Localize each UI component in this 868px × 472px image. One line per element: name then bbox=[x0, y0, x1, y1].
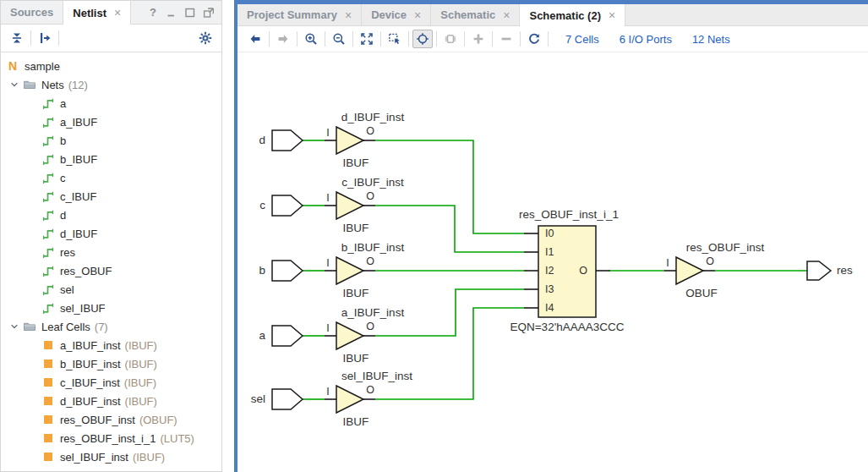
expand-to-selection-icon[interactable] bbox=[35, 28, 55, 48]
forward-icon[interactable] bbox=[273, 30, 293, 48]
tree-item-res-obuf[interactable]: res_OBUF bbox=[1, 261, 221, 280]
svg-text:I2: I2 bbox=[545, 265, 554, 277]
zoom-in-icon[interactable] bbox=[301, 30, 321, 48]
maximize-icon[interactable] bbox=[183, 6, 197, 19]
tab-label: Device bbox=[371, 8, 407, 21]
input-port-d[interactable]: d bbox=[259, 130, 303, 151]
tree-item-res[interactable]: res bbox=[1, 243, 221, 261]
editor-tabbar: Project Summary × Device × Schematic × S… bbox=[237, 4, 868, 26]
output-port-res[interactable]: res bbox=[807, 261, 853, 280]
input-port-b[interactable]: b bbox=[259, 261, 303, 281]
net-icon bbox=[41, 283, 55, 296]
schematic-canvas[interactable]: IOd_IBUF_instIBUFIOc_IBUF_instIBUFIOb_IB… bbox=[237, 52, 868, 472]
toolbar-separator bbox=[436, 31, 437, 47]
tree-item-type: (IBUF) bbox=[125, 339, 157, 352]
cell-res_OBUF_inst_i_1[interactable]: I0I1I2I3I4Ores_OBUF_inst_i_1EQN=32'hAAAA… bbox=[510, 208, 624, 333]
tab-project-summary[interactable]: Project Summary × bbox=[237, 4, 362, 25]
tree-item-res-obuf-inst[interactable]: res_OBUF_inst(OBUF) bbox=[1, 410, 221, 429]
tree-item-label: c_IBUF bbox=[60, 190, 96, 203]
expand-cone-icon[interactable] bbox=[440, 30, 461, 48]
tree-item-leaf-cells[interactable]: Leaf Cells(7) bbox=[1, 317, 221, 336]
collapse-all-icon[interactable] bbox=[7, 28, 27, 48]
tree-item-a-ibuf[interactable]: a_IBUF bbox=[1, 113, 221, 131]
input-port-sel[interactable]: sel bbox=[251, 389, 303, 409]
tree-item-c[interactable]: c bbox=[1, 168, 221, 187]
close-icon[interactable]: × bbox=[414, 8, 421, 22]
tree-item-b[interactable]: b bbox=[1, 131, 221, 150]
tree-item-label: c_IBUF_inst bbox=[60, 376, 120, 389]
netlist-panel: Sources Netlist × ? bbox=[0, 0, 222, 472]
tree-item-c-ibuf-inst[interactable]: c_IBUF_inst(IBUF) bbox=[1, 373, 221, 392]
tree-item-d-ibuf-inst[interactable]: d_IBUF_inst(IBUF) bbox=[1, 392, 221, 410]
svg-text:d: d bbox=[259, 134, 265, 146]
regenerate-layout-icon[interactable] bbox=[524, 30, 544, 48]
tree-item-label: res_OBUF_inst_i_1 bbox=[60, 432, 156, 445]
tab-sources[interactable]: Sources bbox=[1, 1, 63, 24]
close-icon[interactable]: × bbox=[114, 6, 121, 19]
toolbar-separator bbox=[58, 30, 59, 46]
tab-device[interactable]: Device × bbox=[362, 4, 431, 25]
cell-icon bbox=[41, 376, 55, 389]
tree-item-d-ibuf[interactable]: d_IBUF bbox=[1, 224, 221, 243]
tree-item-label: d_IBUF bbox=[60, 228, 97, 240]
tree-item-res-obuf-inst-i-1[interactable]: res_OBUF_inst_i_1(LUT5) bbox=[1, 429, 221, 447]
cell-icon bbox=[41, 450, 55, 464]
schematic-stats: 7 Cells6 I/O Ports12 Nets bbox=[565, 33, 730, 46]
net-icon bbox=[41, 208, 55, 222]
svg-text:IBUF: IBUF bbox=[343, 415, 369, 428]
nets-count-link[interactable]: 12 Nets bbox=[692, 33, 730, 46]
tree-item-sample[interactable]: Nsample bbox=[1, 57, 221, 75]
tree-item-b-ibuf[interactable]: b_IBUF bbox=[1, 150, 221, 168]
svg-text:b_IBUF_inst: b_IBUF_inst bbox=[341, 241, 405, 254]
tab-netlist[interactable]: Netlist × bbox=[63, 1, 131, 25]
toolbar-separator bbox=[380, 31, 381, 47]
close-icon[interactable]: × bbox=[345, 8, 352, 22]
tree-item-sel-ibuf-inst[interactable]: sel_IBUF_inst(IBUF) bbox=[1, 447, 221, 466]
svg-text:IBUF: IBUF bbox=[343, 156, 369, 169]
net-icon bbox=[41, 189, 55, 203]
tree-item-nets[interactable]: Nets(12) bbox=[1, 75, 221, 94]
tree-item-c-ibuf[interactable]: c_IBUF bbox=[1, 187, 221, 206]
minimize-icon[interactable] bbox=[165, 6, 178, 19]
tree-item-label: d bbox=[60, 209, 66, 222]
tree-item-a-ibuf-inst[interactable]: a_IBUF_inst(IBUF) bbox=[1, 336, 221, 354]
tree-item-label: sel_IBUF_inst bbox=[60, 451, 128, 464]
cell-icon bbox=[41, 431, 55, 445]
close-icon[interactable]: × bbox=[609, 8, 615, 22]
help-icon[interactable]: ? bbox=[146, 6, 160, 19]
tree-item-d[interactable]: d bbox=[1, 206, 221, 224]
tab-label: Schematic (2) bbox=[529, 9, 601, 22]
back-icon[interactable] bbox=[245, 30, 265, 48]
tree-item-label: sample bbox=[25, 60, 60, 73]
settings-gear-icon[interactable] bbox=[195, 28, 216, 48]
input-port-a[interactable]: a bbox=[259, 326, 303, 346]
net-wire-sel_IBUF[interactable] bbox=[375, 308, 524, 399]
chevron-down-icon[interactable] bbox=[8, 320, 21, 333]
tree-item-label: Nets bbox=[41, 79, 64, 91]
tab-schematic[interactable]: Schematic × bbox=[431, 4, 520, 25]
close-icon[interactable]: × bbox=[503, 8, 510, 22]
svg-text:O: O bbox=[366, 255, 374, 267]
svg-text:IBUF: IBUF bbox=[343, 287, 369, 299]
vivado-window: Sources Netlist × ? bbox=[0, 0, 868, 472]
input-port-c[interactable]: c bbox=[259, 195, 303, 216]
cells-count-link[interactable]: 7 Cells bbox=[565, 33, 599, 46]
svg-text:O: O bbox=[366, 190, 374, 202]
autofit-selection-icon[interactable] bbox=[412, 30, 433, 48]
chevron-down-icon[interactable] bbox=[8, 78, 21, 91]
net-icon bbox=[41, 134, 55, 147]
tree-item-a[interactable]: a bbox=[1, 94, 221, 113]
io-ports-count-link[interactable]: 6 I/O Ports bbox=[620, 33, 672, 46]
tree-item-label: res_OBUF bbox=[60, 265, 112, 277]
svg-text:res_OBUF_inst: res_OBUF_inst bbox=[686, 241, 765, 254]
remove-from-schematic-icon[interactable] bbox=[496, 30, 516, 48]
tab-schematic-2[interactable]: Schematic (2) × bbox=[520, 4, 625, 26]
tree-item-sel[interactable]: sel bbox=[1, 280, 221, 299]
tree-item-b-ibuf-inst[interactable]: b_IBUF_inst(IBUF) bbox=[1, 354, 221, 373]
tree-item-sel-ibuf[interactable]: sel_IBUF bbox=[1, 299, 221, 317]
float-icon[interactable] bbox=[202, 6, 216, 19]
zoom-to-selection-icon[interactable] bbox=[385, 30, 405, 48]
zoom-fit-icon[interactable] bbox=[357, 30, 377, 48]
zoom-out-icon[interactable] bbox=[329, 30, 349, 48]
add-to-schematic-icon[interactable] bbox=[468, 30, 489, 48]
